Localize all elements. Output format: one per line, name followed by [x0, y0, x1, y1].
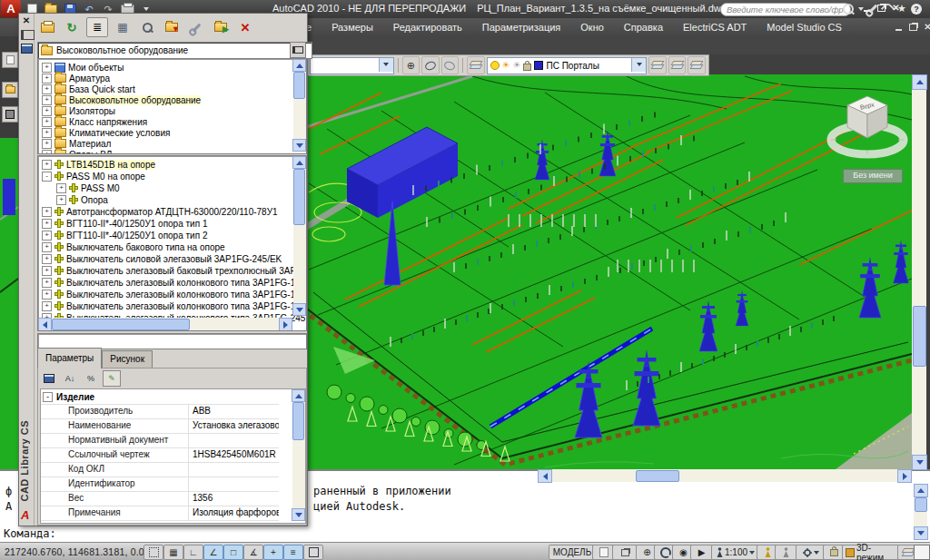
layer-states-button[interactable]: [688, 56, 706, 74]
tab-parameters[interactable]: Параметры: [37, 348, 102, 368]
property-row[interactable]: ПримечанияИзоляция фарфоровая: [41, 506, 279, 521]
tree-item[interactable]: +Выключатель силовой элегазовый 3AP1FG-2…: [42, 253, 282, 264]
viewport-vscrollbar[interactable]: [912, 74, 926, 469]
menu-parametric[interactable]: Параметризация: [472, 18, 570, 36]
palette-properties-icon[interactable]: [21, 44, 33, 54]
property-row[interactable]: ПроизводительABB: [41, 404, 279, 419]
menu-dimensions[interactable]: Размеры: [322, 18, 383, 36]
infocenter-search-input[interactable]: [720, 3, 851, 16]
sort-button[interactable]: А↓: [61, 370, 79, 387]
tab-picture[interactable]: Рисунок: [102, 350, 153, 368]
vscroll-thumb[interactable]: [913, 306, 926, 367]
layer-combo[interactable]: ☀ ☀ ПС Порталы: [487, 57, 648, 74]
free-orbit-button[interactable]: [441, 56, 460, 74]
command-scrollbar[interactable]: [914, 484, 927, 540]
cmd-scroll-down[interactable]: [914, 526, 928, 540]
layer-freeze-sun-icon[interactable]: ☀: [502, 61, 510, 70]
tree-item[interactable]: +Выключатель элегазовый колонкового типа…: [42, 289, 305, 300]
property-grid[interactable]: - Изделие ПроизводительABB НаименованиеУ…: [40, 388, 306, 524]
cmd-scroll-up[interactable]: [914, 484, 928, 497]
doc-close-button[interactable]: ✕: [922, 21, 930, 33]
named-view-button[interactable]: Без имени: [843, 169, 903, 183]
edit-button[interactable]: ✎: [103, 370, 121, 387]
property-row[interactable]: НаименованиеУстановка элегазового колон.…: [41, 418, 279, 434]
menu-model-studio[interactable]: Model Studio CS: [757, 18, 852, 36]
tree-item[interactable]: +Выключатель бакового типа на опоре: [42, 241, 225, 252]
menu-partial[interactable]: е: [306, 18, 322, 36]
property-row[interactable]: Идентификатор: [41, 476, 279, 492]
tree-item[interactable]: +Материал: [42, 138, 111, 149]
refresh-button[interactable]: ↻: [62, 18, 82, 36]
tree-item[interactable]: +ВГТ110-II*-40/1250У1 опора тип 1: [42, 218, 207, 229]
polar-toggle[interactable]: ∠: [203, 545, 223, 560]
command-prompt[interactable]: Команда:: [4, 527, 56, 540]
lineweight-toggle[interactable]: ≡: [283, 545, 303, 560]
combo-dropdown-icon[interactable]: [379, 58, 393, 72]
layer-color-swatch[interactable]: [534, 61, 543, 70]
menu-window[interactable]: Окно: [570, 18, 614, 36]
palette-close-button[interactable]: ✕: [22, 16, 31, 25]
layer-on-bulb-icon[interactable]: [490, 61, 500, 70]
tree-view-button[interactable]: ≣: [86, 17, 108, 37]
tree-item[interactable]: +Изоляторы: [42, 105, 115, 116]
restore-button[interactable]: [876, 2, 887, 14]
property-row[interactable]: Вес1356: [41, 491, 279, 506]
minimize-button[interactable]: [861, 2, 873, 14]
tree-item[interactable]: +Арматура: [42, 73, 110, 84]
find-button[interactable]: [137, 18, 157, 36]
doc-restore-button[interactable]: [907, 21, 919, 33]
tree-item[interactable]: +Мои объекты: [42, 62, 124, 73]
tree-item[interactable]: -PASS M0 на опоре: [42, 171, 145, 182]
tree-item[interactable]: +Автотрансформатор АТДЦТН-63000/220/110-…: [42, 206, 278, 217]
showmotion-button[interactable]: ▶: [690, 545, 713, 560]
menu-modify[interactable]: Редактировать: [383, 18, 472, 36]
hscroll-thumb[interactable]: [636, 470, 679, 482]
viewport-hscrollbar[interactable]: [538, 469, 912, 482]
layer-combo-dropdown[interactable]: [631, 58, 646, 72]
tree-item[interactable]: +Выключатель элегазовый баковый трехполю…: [42, 265, 307, 276]
library-path-field[interactable]: Высоковольтное оборудование: [37, 42, 312, 59]
styles-combo[interactable]: [310, 57, 394, 74]
quick-properties-toggle[interactable]: [303, 545, 323, 560]
status-settings-button[interactable]: [796, 545, 826, 560]
ortho-toggle[interactable]: ∟: [183, 545, 203, 560]
tree-item[interactable]: +ВГТ110-II*-40/1250У1 опора тип 2: [42, 230, 207, 241]
otrack-toggle[interactable]: ∡: [243, 545, 263, 560]
property-row[interactable]: Нормативный документ: [41, 433, 279, 448]
make-layer-current-button[interactable]: [648, 56, 667, 74]
layout-tab-button[interactable]: [612, 545, 638, 560]
viewcube[interactable]: Верх: [822, 80, 913, 178]
tree2-hscrollbar[interactable]: [38, 318, 292, 330]
annotation-autoscale-button[interactable]: [775, 545, 797, 560]
scroll-left-button[interactable]: [538, 469, 552, 483]
pin-button[interactable]: [290, 42, 306, 58]
tree2-vscrollbar[interactable]: [293, 156, 306, 316]
layer-previous-button[interactable]: [668, 56, 687, 74]
tree1-scrollbar[interactable]: [293, 59, 306, 152]
search-icon[interactable]: [843, 4, 854, 15]
pan-button[interactable]: ⊕: [402, 56, 420, 74]
autohide-icon[interactable]: [21, 30, 35, 40]
scroll-down-button[interactable]: [912, 455, 927, 470]
equipment-tree[interactable]: +LTB145D1B на опоре -PASS M0 на опоре +P…: [37, 155, 307, 331]
tree-item-child[interactable]: +Опора: [56, 194, 108, 205]
tree-item[interactable]: +Выключатель элегазовый колонкового типа…: [42, 277, 305, 288]
tree-item-selected[interactable]: +Высоковольтное оборудование: [42, 94, 201, 105]
scroll-up-button[interactable]: [912, 74, 927, 90]
scroll-right-button[interactable]: [897, 469, 912, 483]
help-icon[interactable]: ?: [911, 4, 922, 15]
percent-button[interactable]: %: [82, 370, 100, 387]
3d-mode-button[interactable]: 3D-режим: [842, 545, 902, 560]
import-button[interactable]: ▼: [162, 18, 182, 36]
layer-manager-button[interactable]: [467, 56, 485, 74]
dock-button-3[interactable]: [2, 106, 18, 123]
table-view-button[interactable]: ▦: [113, 18, 133, 36]
menu-help[interactable]: Справка: [614, 18, 673, 36]
layer-lock-icon[interactable]: [523, 64, 531, 71]
orbit-button[interactable]: [421, 56, 440, 74]
snap-toggle[interactable]: [143, 545, 163, 560]
delete-button[interactable]: ✕: [235, 18, 255, 36]
categorized-view-button[interactable]: [40, 370, 58, 387]
annotation-scale-button[interactable]: 1:100: [711, 545, 760, 560]
export-button[interactable]: ▶: [211, 18, 231, 36]
